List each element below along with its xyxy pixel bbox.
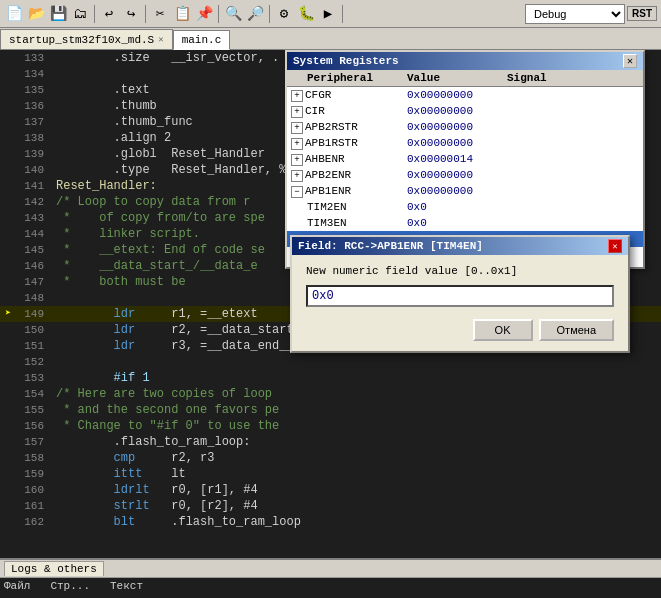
field-ok-button[interactable]: OK [473, 319, 533, 341]
line-arrow-indicator [0, 50, 16, 66]
line-arrow-indicator [0, 418, 16, 434]
line-number: 139 [16, 146, 52, 162]
expand-icon[interactable]: + [291, 170, 303, 182]
sysreg-row[interactable]: −APB1ENR0x00000000 [287, 183, 643, 199]
line-content: blt .flash_to_ram_loop [52, 514, 661, 530]
tab-startup-close[interactable]: ✕ [158, 34, 163, 45]
bottom-tab-bar: Logs & others [0, 560, 661, 578]
line-number: 162 [16, 514, 52, 530]
line-arrow-indicator [0, 434, 16, 450]
line-arrow-indicator [0, 66, 16, 82]
collapse-icon[interactable]: − [291, 186, 303, 198]
line-number: 145 [16, 242, 52, 258]
sysreg-header-signal: Signal [507, 72, 643, 84]
sysreg-cell-value: 0x00000000 [407, 169, 507, 181]
bottom-content: Файл Стр... Текст [0, 578, 661, 598]
line-number: 156 [16, 418, 52, 434]
run-icon[interactable]: ▶ [318, 4, 338, 24]
field-input[interactable] [306, 285, 614, 307]
save-icon[interactable]: 💾 [48, 4, 68, 24]
undo-icon[interactable]: ↩ [99, 4, 119, 24]
sysreg-peripheral-name: APB2ENR [305, 169, 351, 181]
sysreg-titlebar: System Registers ✕ [287, 52, 643, 70]
expand-icon[interactable]: + [291, 122, 303, 134]
code-line: 157 .flash_to_ram_loop: [0, 434, 661, 450]
sysreg-row[interactable]: +APB2ENR0x00000000 [287, 167, 643, 183]
redo-icon[interactable]: ↪ [121, 4, 141, 24]
sysreg-row[interactable]: +CFGR0x00000000 [287, 87, 643, 103]
debug-icon[interactable]: 🐛 [296, 4, 316, 24]
line-content: /* Here are two copies of loop [52, 386, 661, 402]
line-number: 154 [16, 386, 52, 402]
code-line: 153 #if 1 [0, 370, 661, 386]
line-number: 161 [16, 498, 52, 514]
line-number: 138 [16, 130, 52, 146]
rst-button[interactable]: RST [627, 6, 657, 21]
sysreg-cell-peripheral: +APB2ENR [287, 169, 407, 182]
sysreg-row[interactable]: TIM3EN0x0 [287, 215, 643, 231]
line-content: ldrlt r0, [r1], #4 [52, 482, 661, 498]
expand-icon[interactable]: + [291, 90, 303, 102]
line-number: 147 [16, 274, 52, 290]
field-dialog: Field: RCC->APB1ENR [TIM4EN] ✕ New numer… [290, 235, 630, 353]
line-arrow-indicator [0, 226, 16, 242]
search-icon[interactable]: 🔍 [223, 4, 243, 24]
line-content: #if 1 [52, 370, 661, 386]
line-arrow-indicator [0, 402, 16, 418]
line-content: strlt r0, [r2], #4 [52, 498, 661, 514]
field-dialog-titlebar: Field: RCC->APB1ENR [TIM4EN] ✕ [292, 237, 628, 255]
sysreg-peripheral-name: APB1RSTR [305, 137, 358, 149]
line-number: 159 [16, 466, 52, 482]
expand-icon[interactable]: + [291, 106, 303, 118]
field-dialog-body: New numeric field value [0..0x1] OK Отме… [292, 255, 628, 351]
open-icon[interactable]: 📂 [26, 4, 46, 24]
line-arrow-indicator [0, 514, 16, 530]
sysreg-cell-value: 0x0 [407, 201, 507, 213]
line-arrow-indicator [0, 146, 16, 162]
field-dialog-close-button[interactable]: ✕ [608, 239, 622, 253]
line-arrow-indicator: ➤ [0, 306, 16, 322]
bottom-tab-logs[interactable]: Logs & others [4, 561, 104, 576]
line-content: .flash_to_ram_loop: [52, 434, 661, 450]
build-icon[interactable]: ⚙ [274, 4, 294, 24]
code-line: 162 blt .flash_to_ram_loop [0, 514, 661, 530]
sysreg-row[interactable]: +APB1RSTR0x00000000 [287, 135, 643, 151]
paste-icon[interactable]: 📌 [194, 4, 214, 24]
sysreg-header-value: Value [407, 72, 507, 84]
line-number: 151 [16, 338, 52, 354]
field-dialog-label: New numeric field value [0..0x1] [306, 265, 614, 277]
line-content: cmp r2, r3 [52, 450, 661, 466]
cut-icon[interactable]: ✂ [150, 4, 170, 24]
sysreg-row[interactable]: TIM2EN0x0 [287, 199, 643, 215]
sysreg-peripheral-name: AHBENR [305, 153, 345, 165]
sysreg-row[interactable]: +AHBENR0x00000014 [287, 151, 643, 167]
bottom-col-line: Стр... [50, 580, 90, 596]
tab-startup[interactable]: startup_stm32f10x_md.S ✕ [0, 29, 173, 49]
sysreg-peripheral-name: CFGR [305, 89, 331, 101]
line-number: 152 [16, 354, 52, 370]
new-file-icon[interactable]: 📄 [4, 4, 24, 24]
line-number: 155 [16, 402, 52, 418]
line-arrow-indicator [0, 354, 16, 370]
save-all-icon[interactable]: 🗂 [70, 4, 90, 24]
line-number: 158 [16, 450, 52, 466]
line-number: 136 [16, 98, 52, 114]
tab-main[interactable]: main.c [173, 30, 231, 50]
line-number: 140 [16, 162, 52, 178]
line-arrow-indicator [0, 290, 16, 306]
field-cancel-button[interactable]: Отмена [539, 319, 614, 341]
sysreg-row[interactable]: +APB2RSTR0x00000000 [287, 119, 643, 135]
expand-icon[interactable]: + [291, 138, 303, 150]
line-number: 146 [16, 258, 52, 274]
sysreg-close-button[interactable]: ✕ [623, 54, 637, 68]
copy-icon[interactable]: 📋 [172, 4, 192, 24]
expand-icon[interactable]: + [291, 154, 303, 166]
find-icon[interactable]: 🔎 [245, 4, 265, 24]
sysreg-row[interactable]: +CIR0x00000000 [287, 103, 643, 119]
line-arrow-indicator [0, 498, 16, 514]
sysreg-peripheral-name: CIR [305, 105, 325, 117]
line-arrow-indicator [0, 450, 16, 466]
sysreg-cell-peripheral: TIM2EN [287, 201, 407, 213]
line-number: 141 [16, 178, 52, 194]
debug-config-select[interactable]: Debug [525, 4, 625, 24]
